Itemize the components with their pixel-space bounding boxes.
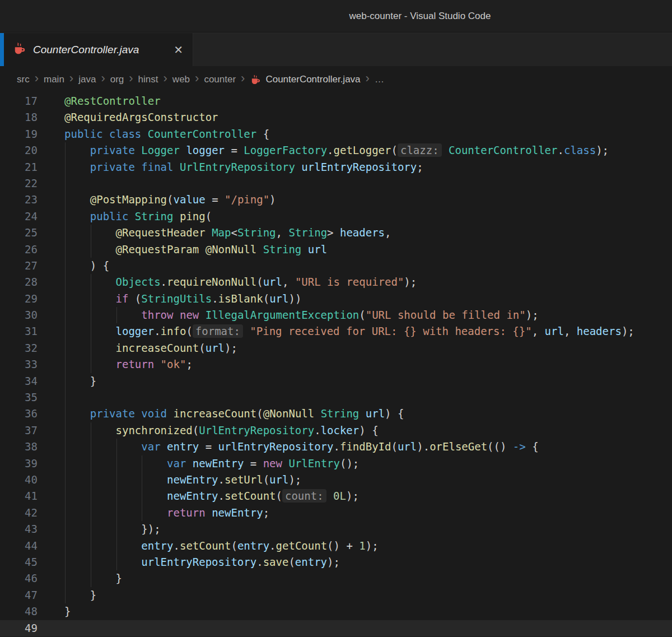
line-number: 24 [0,208,50,225]
code-text [64,175,672,192]
code-line[interactable]: 21 private final UrlEntryRepository urlE… [0,159,672,175]
chevron-right-icon: › [366,72,370,85]
code-line[interactable]: 49 [0,620,672,636]
indent-guide [116,472,117,488]
editor[interactable]: 17@RestController18@RequiredArgsConstruc… [0,93,672,636]
indent-guide [65,258,66,274]
line-number: 18 [0,109,50,125]
indent-guide [65,554,66,570]
code-text: @RequestHeader Map<String, String> heade… [64,225,672,241]
breadcrumb-label: … [375,74,384,85]
indent-guide [65,241,66,258]
code-text: } [64,603,672,620]
indent-guide [91,455,91,472]
code-line[interactable]: 39 var newEntry = new UrlEntry(); [0,455,672,472]
line-number: 47 [0,587,50,603]
code-text: } [64,587,672,603]
code-line[interactable]: 34 } [0,373,672,389]
code-line[interactable]: 22 [0,175,672,192]
code-text: if (StringUtils.isBlank(url)) [64,291,672,307]
chevron-right-icon: › [101,72,105,85]
code-text: urlEntryRepository.save(entry); [64,554,672,570]
tab-bar: CounterController.java ✕ [0,32,672,66]
code-line[interactable]: 20 private Logger logger = LoggerFactory… [0,142,672,159]
line-number: 27 [0,258,50,274]
code-line[interactable]: 32 increaseCount(url); [0,340,672,356]
line-number: 34 [0,373,50,389]
line-number: 17 [0,93,50,109]
indent-guide [91,241,91,258]
breadcrumb-item-org[interactable]: org [110,74,124,85]
indent-guide [65,587,66,603]
breadcrumb-item-countercontroller-java[interactable]: CounterController.java [250,74,360,86]
code-line[interactable]: 24 public String ping( [0,208,672,225]
line-number: 32 [0,340,50,356]
indent-guide [65,307,66,323]
code-line[interactable]: 27 ) { [0,258,672,274]
code-line[interactable]: 48} [0,603,672,620]
code-line[interactable]: 29 if (StringUtils.isBlank(url)) [0,291,672,307]
code-line[interactable]: 40 newEntry.setUrl(url); [0,472,672,488]
indent-guide [142,488,142,504]
indent-guide [91,538,91,554]
code-line[interactable]: 46 } [0,570,672,587]
breadcrumb-item-counter[interactable]: counter [204,74,236,85]
breadcrumb-item-main[interactable]: main [44,74,64,85]
breadcrumb-label: hinst [138,74,158,85]
code-line[interactable]: 44 entry.setCount(entry.getCount() + 1); [0,538,672,554]
breadcrumb-item-web[interactable]: web [172,74,190,85]
code-line[interactable]: 36 private void increaseCount(@NonNull S… [0,406,672,422]
breadcrumb-label: counter [204,74,236,85]
indent-guide [91,307,91,323]
code-line[interactable]: 19public class CounterController { [0,126,672,142]
code-line[interactable]: 38 var entry = urlEntryRepository.findBy… [0,439,672,455]
code-text: } [64,570,672,587]
code-line[interactable]: 45 urlEntryRepository.save(entry); [0,554,672,570]
code-line[interactable]: 33 return "ok"; [0,356,672,373]
code-line[interactable]: 31 logger.info(format: "Ping received fo… [0,323,672,340]
code-line[interactable]: 37 synchronized(UrlEntryRepository.locke… [0,422,672,439]
code-text: public String ping( [64,208,672,225]
line-number: 19 [0,126,50,142]
indent-guide [116,439,117,455]
indent-guide [91,225,91,241]
code-line[interactable]: 25 @RequestHeader Map<String, String> he… [0,225,672,241]
indent-guide [65,422,66,439]
breadcrumb-item-java[interactable]: java [78,74,96,85]
line-number: 28 [0,274,50,290]
code-text: increaseCount(url); [64,340,672,356]
code-text: synchronized(UrlEntryRepository.locker) … [64,422,672,439]
left-accent-bar [0,33,4,66]
indent-guide [65,356,66,373]
indent-guide [91,422,91,439]
breadcrumb-item-more[interactable]: … [375,74,384,85]
code-line[interactable]: 47 } [0,587,672,603]
indent-guide [91,521,91,537]
breadcrumb-item-hinst[interactable]: hinst [138,74,158,85]
chevron-right-icon: › [35,72,39,85]
tab-countercontroller-java[interactable]: CounterController.java ✕ [4,33,193,66]
indent-guide [116,307,117,323]
code-line[interactable]: 35 [0,389,672,406]
indent-guide [65,472,66,488]
code-line[interactable]: 26 @RequestParam @NonNull String url [0,241,672,258]
code-text: entry.setCount(entry.getCount() + 1); [64,538,672,554]
breadcrumb-item-src[interactable]: src [17,74,30,85]
code-line[interactable]: 18@RequiredArgsConstructor [0,109,672,125]
breadcrumb-label: CounterController.java [265,74,360,85]
code-line[interactable]: 28 Objects.requireNonNull(url, "URL is r… [0,274,672,290]
code-text: private void increaseCount(@NonNull Stri… [64,406,672,422]
indent-guide [116,538,117,554]
code-line[interactable]: 17@RestController [0,93,672,109]
code-line[interactable]: 30 throw new IllegalArgumentException("U… [0,307,672,323]
indent-guide [65,406,66,422]
breadcrumb-label: java [78,74,96,85]
code-line[interactable]: 41 newEntry.setCount(count: 0L); [0,488,672,504]
close-icon[interactable]: ✕ [171,43,186,57]
code-line[interactable]: 23 @PostMapping(value = "/ping") [0,192,672,208]
code-line[interactable]: 43 }); [0,521,672,537]
line-number: 22 [0,175,50,192]
line-number: 29 [0,291,50,307]
code-line[interactable]: 42 return newEntry; [0,505,672,521]
chevron-right-icon: › [241,72,245,85]
